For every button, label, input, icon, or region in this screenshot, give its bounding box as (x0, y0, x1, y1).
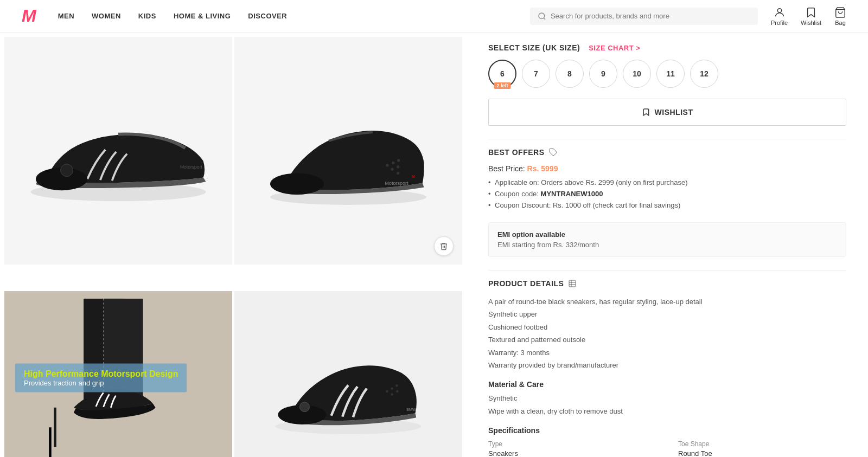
spec-toe-shape-key: Toe Shape (678, 440, 846, 448)
product-image-3: High Performance Motorsport Design Provi… (4, 291, 232, 457)
emi-title: EMI option available (497, 230, 837, 239)
bookmark-btn-icon (642, 108, 650, 117)
svg-point-28 (391, 388, 393, 390)
size-value-11: 11 (666, 69, 675, 78)
details-icon (568, 279, 577, 288)
size-value-12: 12 (700, 69, 709, 78)
bag-icon (834, 7, 846, 18)
size-label: SELECT SIZE (UK Size) (488, 43, 580, 52)
size-options: 6 2 left 7 8 9 10 11 12 (488, 60, 846, 88)
specifications-title: Specifications (488, 426, 846, 435)
trash-icon (439, 242, 448, 250)
size-btn-10[interactable]: 10 (623, 60, 651, 88)
coupon-code: MYNTRANEW1000 (541, 190, 603, 198)
offer-item-3: Coupon Discount: Rs. 1000 off (check car… (488, 201, 846, 209)
svg-rect-23 (49, 427, 52, 457)
svg-point-16 (270, 173, 324, 195)
material-care-title: Material & Care (488, 380, 846, 389)
size-value-7: 7 (534, 69, 538, 78)
profile-button[interactable]: Profile (771, 7, 788, 26)
svg-text:Motorsport: Motorsport (385, 181, 409, 186)
svg-point-9 (386, 164, 388, 166)
svg-rect-34 (569, 280, 576, 287)
product-image-1: Motorsport (4, 37, 232, 265)
size-btn-12[interactable]: 12 (690, 60, 718, 88)
svg-point-10 (392, 162, 394, 164)
search-icon (538, 12, 546, 21)
tag-icon (549, 148, 558, 157)
motorsport-title: High Performance Motorsport Design (24, 369, 178, 379)
svg-point-29 (391, 393, 393, 395)
spec-toe-shape-value: Round Toe (678, 449, 846, 457)
person-icon (774, 7, 786, 18)
product-images: Motorsport (0, 33, 467, 457)
bookmark-icon (805, 7, 817, 18)
logo[interactable]: M (22, 6, 36, 26)
shoe-svg-3: BMW (256, 302, 441, 454)
nav-discover[interactable]: DISCOVER (248, 12, 287, 20)
size-value-9: 9 (601, 69, 605, 78)
svg-text:M: M (412, 174, 415, 179)
bag-button[interactable]: Bag (834, 7, 846, 26)
nav: MEN WOMEN KIDS HOME & LIVING DISCOVER (58, 12, 288, 20)
size-btn-7[interactable]: 7 (522, 60, 550, 88)
size-btn-8[interactable]: 8 (556, 60, 584, 88)
shoe-svg-2: M Motorsport (251, 80, 446, 221)
nav-home-living[interactable]: HOME & LIVING (174, 12, 231, 20)
product-details-title: PRODUCT DETAILS (488, 279, 846, 288)
size-section: SELECT SIZE (UK Size) SIZE CHART > 6 2 l… (488, 43, 846, 88)
svg-point-11 (391, 168, 393, 171)
specifications-section: Specifications Type Sneakers Toe Shape R… (488, 426, 846, 457)
emi-section: EMI option available EMI starting from R… (488, 222, 846, 257)
wishlist-nav-label: Wishlist (801, 20, 821, 26)
svg-point-0 (539, 13, 545, 19)
best-price: Best Price: Rs. 5999 (488, 164, 846, 173)
product-details-section: PRODUCT DETAILS A pair of round-toe blac… (488, 279, 846, 371)
best-price-label: Best Price: (488, 164, 525, 173)
offer-item-1: Applicable on: Orders above Rs. 2999 (on… (488, 178, 846, 186)
size-value-8: 8 (567, 69, 572, 78)
spec-type: Type Sneakers (488, 440, 656, 457)
size-chart-link[interactable]: SIZE CHART > (589, 44, 640, 52)
svg-point-12 (397, 159, 400, 162)
svg-point-6 (61, 164, 73, 177)
svg-line-1 (544, 18, 545, 20)
best-offers-section: BEST OFFERS Best Price: Rs. 5999 Applica… (488, 148, 846, 209)
product-panel: SELECT SIZE (UK Size) SIZE CHART > 6 2 l… (467, 33, 868, 457)
bag-label: Bag (835, 20, 846, 26)
best-price-value: Rs. 5999 (527, 164, 558, 173)
svg-point-31 (396, 390, 398, 392)
search-input[interactable] (551, 12, 750, 20)
best-offers-title: BEST OFFERS (488, 148, 846, 157)
material-care-section: Material & Care Synthetic Wipe with a cl… (488, 380, 846, 417)
size-badge-6: 2 left (494, 82, 510, 89)
product-image-2: M Motorsport (234, 37, 462, 265)
svg-point-26 (300, 402, 310, 412)
material-care-details: Synthetic Wipe with a clean, dry cloth t… (488, 392, 846, 417)
profile-label: Profile (771, 20, 788, 26)
svg-text:BMW: BMW (406, 408, 416, 412)
wishlist-btn-label: WISHLIST (655, 108, 693, 117)
product-description: A pair of round-toe black sneakers, has … (488, 295, 846, 371)
size-value-10: 10 (633, 69, 641, 78)
delete-image-button[interactable] (434, 236, 454, 256)
nav-kids[interactable]: KIDS (138, 12, 156, 20)
nav-women[interactable]: WOMEN (92, 12, 121, 20)
spec-type-key: Type (488, 440, 656, 448)
wishlist-button[interactable]: Wishlist (801, 7, 821, 26)
size-btn-9[interactable]: 9 (589, 60, 617, 88)
wishlist-button[interactable]: WISHLIST (488, 99, 846, 126)
emi-detail: EMI starting from Rs. 332/month (497, 241, 837, 249)
header: M MEN WOMEN KIDS HOME & LIVING DISCOVER … (0, 0, 868, 33)
size-label-row: SELECT SIZE (UK Size) SIZE CHART > (488, 43, 846, 52)
nav-men[interactable]: MEN (58, 12, 74, 20)
main-content: Motorsport (0, 33, 868, 457)
spec-type-value: Sneakers (488, 449, 656, 457)
spec-toe-shape: Toe Shape Round Toe (678, 440, 846, 457)
size-btn-6[interactable]: 6 2 left (488, 60, 516, 88)
shoe-svg-1: Motorsport (15, 86, 221, 216)
motorsport-banner: High Performance Motorsport Design Provi… (15, 364, 187, 392)
search-bar (530, 8, 758, 25)
svg-point-13 (397, 165, 399, 168)
size-btn-11[interactable]: 11 (656, 60, 685, 88)
